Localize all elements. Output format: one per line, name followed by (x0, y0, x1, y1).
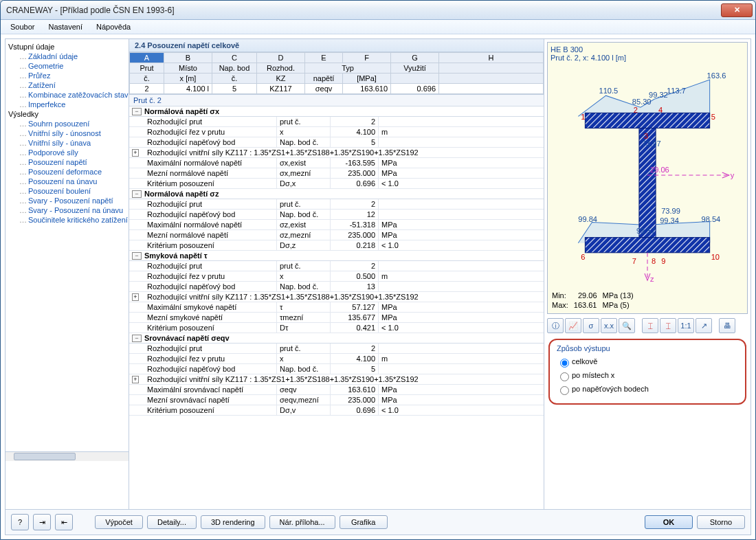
grid-header-cell[interactable]: F (343, 53, 391, 63)
storno-button[interactable]: Storno (697, 515, 745, 529)
grid-header-cell[interactable]: [MPa] (343, 74, 391, 84)
grid-header-cell[interactable]: Rozhod. (257, 63, 305, 74)
detaily-button[interactable]: Detaily... (147, 515, 197, 529)
opt-mistechx[interactable]: po místech x (557, 369, 738, 383)
collapse-icon[interactable]: − (132, 335, 142, 342)
tb-ratio-icon[interactable]: 1:1 (678, 318, 694, 333)
tree-item[interactable]: Imperfekce (5, 100, 129, 109)
grid-cell[interactable]: σeqv (305, 84, 343, 94)
tb-values-icon[interactable]: x.x (601, 318, 617, 333)
nav-tree[interactable]: Vstupní údaje Základní údajeGeometriePrů… (5, 39, 129, 509)
grid-cell[interactable]: 163.610 (343, 84, 391, 94)
section-diagram: HE B 300 Prut č. 2, x: 4.100 l [m] (547, 42, 748, 314)
vypocet-button[interactable]: Výpočet (95, 515, 143, 529)
tree-item[interactable]: Svary - Posouzení na únavu (5, 205, 129, 215)
tree-item[interactable]: Svary - Posouzení napětí (5, 196, 129, 205)
opt-bodech[interactable]: po napěťových bodech (557, 383, 738, 396)
grid-header-cell[interactable]: č. (212, 74, 257, 84)
tree-item[interactable]: Posouzení na únavu (5, 177, 129, 186)
tree-h-scrollbar[interactable] (5, 451, 129, 461)
grid-header-cell[interactable]: Nap. bod (212, 63, 257, 74)
detail-row-unit: m (378, 354, 544, 363)
grid-cell[interactable]: 4.100 l (164, 84, 212, 94)
tree-item[interactable]: Posouzení napětí (5, 157, 129, 167)
grid-header-cell[interactable] (391, 74, 439, 84)
output-mode-group: Způsob výstupu celkově po místech x po n… (548, 339, 746, 405)
grid-header-cell[interactable]: č. (130, 74, 164, 84)
grid-header-cell[interactable]: Prut (130, 63, 164, 74)
close-button[interactable]: ✕ (721, 3, 753, 17)
detail-row-value: 4.100 (330, 127, 378, 137)
tree-item[interactable]: Průřez (5, 71, 129, 80)
detail-row-symbol: prut č. (276, 117, 330, 126)
detail-row-unit (378, 137, 544, 147)
section-title: Smyková napětí τ (144, 251, 208, 260)
menu-nastaveni[interactable]: Nastavení (43, 21, 88, 32)
grid-header-cell[interactable]: E (305, 53, 343, 63)
tb-zoom-icon[interactable]: 🔍 (619, 318, 635, 333)
grid-header-cell[interactable]: Typ (305, 63, 391, 74)
grid-cell[interactable]: 0.696 (391, 84, 439, 94)
collapse-icon[interactable]: − (132, 190, 142, 198)
tree-item[interactable]: Posouzení boulení (5, 186, 129, 196)
grafika-button[interactable]: Grafika (340, 515, 388, 529)
expand-icon[interactable]: + (132, 293, 139, 301)
title-bar[interactable]: CRANEWAY - [Příklad podle ČSN EN 1993-6]… (1, 1, 755, 20)
tb-print-icon[interactable]: 🖶 (719, 318, 735, 333)
expand-icon[interactable]: + (132, 149, 139, 157)
detail-row-unit: MPa (378, 158, 544, 168)
tree-item[interactable]: Vnitřní síly - únosnost (5, 128, 129, 138)
summary-grid[interactable]: ABCDEFGH PrutMístoNap. bodRozhod.TypVyuž… (129, 52, 544, 94)
detail-row-value: 2 (330, 117, 378, 126)
tree-item[interactable]: Souhrn posouzení (5, 119, 129, 128)
tb-sigma-icon[interactable]: σ (583, 318, 599, 333)
grid-header-cell[interactable]: B (164, 53, 212, 63)
opt-celkove[interactable]: celkově (557, 355, 738, 369)
tree-item[interactable]: Geometrie (5, 61, 129, 71)
tb-info-icon[interactable]: ⓘ (547, 318, 564, 333)
grid-header-cell[interactable]: napětí (305, 74, 343, 84)
grid-cell[interactable] (439, 84, 544, 94)
grid-header-cell[interactable]: Místo (164, 63, 212, 74)
tb-axes-icon[interactable]: ↗ (696, 318, 712, 333)
collapse-icon[interactable]: − (132, 252, 142, 260)
grid-header-cell[interactable]: D (257, 53, 305, 63)
grid-header-cell[interactable]: C (212, 53, 257, 63)
menu-soubor[interactable]: Soubor (5, 21, 40, 32)
grid-header-cell[interactable]: H (439, 53, 544, 63)
grid-header-cell[interactable]: KZ (257, 74, 305, 84)
tree-item[interactable]: Podporové síly (5, 148, 129, 157)
grid-cell[interactable]: 2 (130, 84, 164, 94)
tb-section-icon[interactable]: ⌶ (642, 318, 658, 333)
render-button[interactable]: 3D rendering (201, 515, 265, 529)
tree-item[interactable]: Kombinace zatěžovacích stavů (5, 90, 129, 100)
priloha-button[interactable]: Nár. příloha... (269, 515, 335, 529)
tree-item[interactable]: Vnitřní síly - únava (5, 138, 129, 148)
tree-item[interactable]: Základní údaje (5, 52, 129, 61)
import-button[interactable]: ⇥ (33, 514, 51, 530)
tree-item[interactable]: Zatížení (5, 80, 129, 90)
tb-section2-icon[interactable]: ⌶ (660, 318, 676, 333)
tree-item[interactable]: Součinitele kritického zatížení (5, 215, 129, 225)
grid-header-cell[interactable]: G (391, 53, 439, 63)
grid-header-cell[interactable] (439, 74, 544, 84)
detail-row-label: Maximální smykové napětí (144, 302, 276, 312)
collapse-icon[interactable]: − (132, 108, 142, 115)
ok-button[interactable]: OK (645, 515, 693, 529)
expand-icon[interactable]: + (132, 376, 139, 383)
grid-header-cell[interactable]: Využití (391, 63, 439, 74)
grid-header-cell[interactable]: x [m] (164, 74, 212, 84)
grid-cell[interactable]: 5 (212, 84, 257, 94)
tree-item[interactable]: Posouzení deformace (5, 167, 129, 177)
grid-header-cell[interactable]: A (130, 53, 164, 63)
export-button[interactable]: ⇤ (55, 514, 73, 530)
grid-cell[interactable]: KZ117 (257, 84, 305, 94)
detail-row-symbol: σeqv (276, 385, 330, 394)
menu-napoveda[interactable]: Nápověda (91, 21, 136, 32)
detail-row-value: 235.000 (330, 168, 378, 178)
detail-expand-label: Rozhodující vnitřní síly KZ117 : 1.35*ZS… (144, 148, 544, 157)
grid-header-cell[interactable] (439, 63, 544, 74)
tb-chart-icon[interactable]: 📈 (565, 318, 581, 333)
help-button[interactable]: ? (11, 514, 29, 530)
detail-panel[interactable]: Prut č. 2 −Normálová napětí σxRozhodujíc… (129, 94, 544, 509)
